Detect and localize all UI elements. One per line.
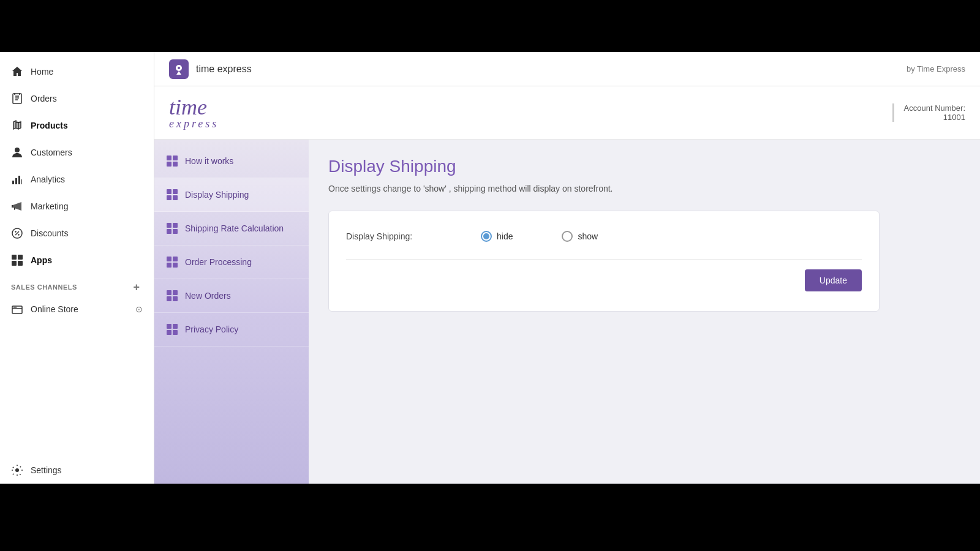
sidebar-item-customers[interactable]: Customers bbox=[0, 139, 154, 166]
app-body: How it works Display Shipping bbox=[154, 140, 980, 484]
logo-line2: express bbox=[169, 118, 219, 129]
sidebar-label-online-store: Online Store bbox=[31, 304, 78, 314]
apps-icon bbox=[11, 254, 23, 266]
svg-rect-4 bbox=[18, 176, 20, 184]
sidebar-item-discounts[interactable]: Discounts bbox=[0, 220, 154, 247]
sidebar-bottom: Settings bbox=[0, 457, 154, 484]
sidebar-item-settings[interactable]: Settings bbox=[0, 457, 154, 484]
sidebar-item-products[interactable]: Products bbox=[0, 112, 154, 139]
svg-point-1 bbox=[15, 148, 20, 152]
sidebar-label-marketing: Marketing bbox=[31, 201, 68, 211]
sidebar-item-apps[interactable]: Apps bbox=[0, 247, 154, 274]
app-menu-item-order-processing[interactable]: Order Processing bbox=[154, 246, 309, 279]
app-menu-label-order-processing: Order Processing bbox=[185, 257, 252, 267]
by-label: by Time Express bbox=[907, 64, 965, 73]
sidebar-item-analytics[interactable]: Analytics bbox=[0, 166, 154, 193]
how-it-works-icon bbox=[167, 156, 178, 167]
svg-rect-6 bbox=[12, 205, 13, 208]
sidebar-label-analytics: Analytics bbox=[31, 174, 65, 184]
sidebar-item-marketing[interactable]: Marketing bbox=[0, 193, 154, 220]
svg-rect-0 bbox=[13, 94, 21, 103]
app-menu-label-display-shipping: Display Shipping bbox=[185, 190, 249, 200]
account-number-box: Account Number: 11001 bbox=[892, 103, 965, 122]
app-menu-item-shipping-rate[interactable]: Shipping Rate Calculation bbox=[154, 212, 309, 246]
settings-icon bbox=[11, 464, 23, 476]
time-express-logo: time express bbox=[169, 96, 219, 129]
svg-rect-3 bbox=[15, 178, 17, 184]
sales-channels-label: SALES CHANNELS bbox=[11, 283, 77, 291]
main-panel: Display Shipping Once settings change to… bbox=[309, 140, 980, 484]
discounts-icon bbox=[11, 227, 23, 239]
app-menu-item-how-it-works[interactable]: How it works bbox=[154, 144, 309, 178]
analytics-icon bbox=[11, 173, 23, 186]
sidebar-label-orders: Orders bbox=[31, 94, 57, 103]
display-shipping-label: Display Shipping: bbox=[346, 231, 456, 241]
form-row-display-shipping: Display Shipping: hide show bbox=[346, 231, 862, 242]
account-number-value: 11001 bbox=[904, 113, 965, 122]
form-actions: Update bbox=[346, 259, 862, 291]
sales-channels-section: SALES CHANNELS + bbox=[0, 274, 154, 297]
sidebar-item-orders[interactable]: Orders bbox=[0, 85, 154, 112]
home-icon bbox=[11, 66, 23, 78]
customers-icon bbox=[11, 146, 23, 159]
sidebar-item-home[interactable]: Home bbox=[0, 58, 154, 85]
app-header: time express by Time Express bbox=[154, 52, 980, 86]
black-bar-bottom bbox=[0, 484, 980, 551]
marketing-icon bbox=[11, 200, 23, 212]
app-menu-label-new-orders: New Orders bbox=[185, 291, 231, 301]
svg-point-8 bbox=[15, 231, 16, 232]
display-shipping-form-card: Display Shipping: hide show bbox=[328, 211, 880, 312]
app-menu-item-new-orders[interactable]: New Orders bbox=[154, 279, 309, 313]
radio-option-show[interactable]: show bbox=[562, 231, 598, 242]
page-description: Once settings change to 'show' , shippin… bbox=[328, 184, 960, 193]
brand-header: time express Account Number: 11001 bbox=[154, 86, 980, 140]
svg-point-11 bbox=[13, 307, 15, 308]
svg-rect-2 bbox=[12, 181, 14, 184]
sidebar-label-products: Products bbox=[31, 121, 68, 130]
main-inner: Display Shipping Once settings change to… bbox=[309, 140, 980, 484]
black-bar-top bbox=[0, 0, 980, 52]
order-processing-icon bbox=[167, 257, 178, 268]
page-title: Display Shipping bbox=[328, 157, 960, 176]
display-shipping-icon bbox=[167, 189, 178, 200]
online-store-eye-icon[interactable]: ⊙ bbox=[135, 304, 143, 314]
orders-icon bbox=[11, 92, 23, 105]
add-sales-channel-button[interactable]: + bbox=[130, 281, 143, 293]
app-logo-icon bbox=[169, 59, 189, 79]
svg-point-12 bbox=[15, 307, 17, 308]
radio-label-hide: hide bbox=[497, 231, 513, 241]
sidebar-label-home: Home bbox=[31, 67, 53, 77]
sidebar-label-customers: Customers bbox=[31, 148, 72, 157]
app-sidebar: How it works Display Shipping bbox=[154, 140, 309, 484]
sidebar-label-discounts: Discounts bbox=[31, 228, 68, 238]
app-menu-item-display-shipping[interactable]: Display Shipping bbox=[154, 178, 309, 212]
app-header-left: time express bbox=[169, 59, 252, 79]
app-header-right: by Time Express bbox=[907, 64, 965, 73]
app-menu-label-privacy-policy: Privacy Policy bbox=[185, 324, 238, 334]
radio-btn-hide[interactable] bbox=[481, 231, 492, 242]
update-button[interactable]: Update bbox=[805, 269, 862, 291]
shipping-rate-icon bbox=[167, 223, 178, 234]
logo-line1: time bbox=[169, 95, 207, 119]
sidebar-label-settings: Settings bbox=[31, 465, 62, 475]
app-menu-label-how-it-works: How it works bbox=[185, 156, 233, 166]
products-icon bbox=[11, 119, 23, 132]
online-store-actions: ⊙ bbox=[135, 304, 143, 314]
app-menu-item-privacy-policy[interactable]: Privacy Policy bbox=[154, 313, 309, 347]
app-menu-label-shipping-rate: Shipping Rate Calculation bbox=[185, 223, 284, 233]
radio-group-display-shipping: hide show bbox=[481, 231, 598, 242]
radio-label-show: show bbox=[578, 231, 598, 241]
privacy-policy-icon bbox=[167, 324, 178, 335]
account-number-label: Account Number: bbox=[904, 103, 965, 113]
svg-rect-5 bbox=[21, 179, 22, 184]
new-orders-icon bbox=[167, 290, 178, 301]
svg-point-13 bbox=[15, 468, 19, 472]
online-store-icon bbox=[11, 303, 23, 315]
sidebar-label-apps: Apps bbox=[31, 255, 52, 265]
radio-btn-show[interactable] bbox=[562, 231, 573, 242]
svg-point-15 bbox=[178, 67, 180, 69]
content-area: time express by Time Express time expres… bbox=[154, 52, 980, 484]
radio-option-hide[interactable]: hide bbox=[481, 231, 513, 242]
sidebar-item-online-store[interactable]: Online Store ⊙ bbox=[0, 297, 154, 321]
left-sidebar: Home Orders bbox=[0, 52, 154, 484]
